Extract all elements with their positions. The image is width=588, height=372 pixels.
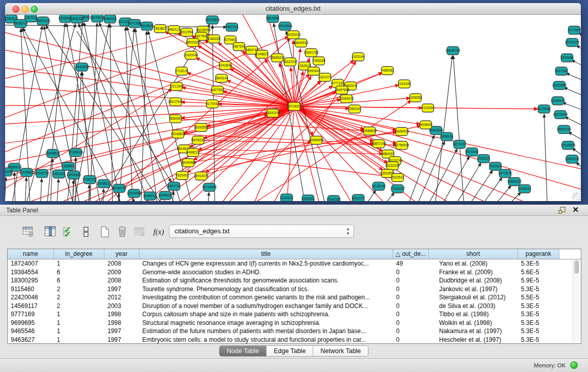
graph-edge[interactable]	[5, 31, 294, 106]
cell-pagerank[interactable]: 5.3E-5	[518, 327, 559, 336]
graph-edge[interactable]	[164, 81, 321, 201]
graph-node[interactable]: 16151532	[385, 162, 400, 170]
graph-node[interactable]: 17359928	[69, 148, 83, 157]
graph-node[interactable]: 10653287	[70, 15, 84, 23]
graph-node[interactable]: 1925144	[352, 53, 365, 61]
table-row[interactable]: 1830029562008Estimation of significance …	[8, 276, 581, 285]
graph-node[interactable]: 8215958	[537, 105, 551, 113]
graph-edge[interactable]	[25, 178, 27, 201]
graph-node[interactable]: 1117304	[568, 26, 581, 34]
cell-out-de-[interactable]: 0	[393, 268, 429, 277]
graph-node[interactable]: 1154346	[398, 80, 411, 88]
graph-node[interactable]: 8186328	[207, 35, 221, 43]
graph-node[interactable]: 9860123	[167, 26, 181, 34]
table-row[interactable]: 969969511998Structural magnetic resonanc…	[8, 319, 581, 327]
cell-out-de-[interactable]: 0	[393, 293, 429, 302]
cell-in-degree[interactable]: 6	[54, 276, 104, 285]
graph-node[interactable]: 2803144	[215, 74, 228, 82]
memory-status-icon[interactable]	[570, 361, 578, 369]
graph-node[interactable]: 16961758	[304, 49, 319, 57]
graph-node[interactable]: 22420046	[184, 51, 199, 59]
cell-pagerank[interactable]: 5.3E-5	[518, 302, 559, 311]
graph-edge[interactable]	[576, 46, 581, 57]
cell-in-degree[interactable]: 2	[54, 302, 104, 311]
graph-node[interactable]: 15692391	[557, 125, 572, 134]
column-header-short[interactable]: short	[429, 249, 518, 259]
cell-short[interactable]: Franke et al. (2009)	[429, 268, 518, 277]
table-row[interactable]: 1872400712008Changes of HCN gene express…	[8, 259, 581, 268]
scrollbar-thumb[interactable]	[574, 260, 579, 274]
graph-node[interactable]: 2522547	[391, 173, 404, 182]
graph-edge[interactable]	[72, 180, 74, 201]
graph-edge[interactable]	[56, 179, 58, 201]
cell-title[interactable]: Tourette syndrome. Phenomenology and cla…	[139, 285, 393, 294]
window-titlebar[interactable]: citations_edges.txt	[5, 3, 581, 15]
graph-node[interactable]: 10688609	[362, 127, 377, 135]
graph-edge[interactable]	[102, 189, 104, 201]
cell-title[interactable]: Disruption of a novel member of a sodium…	[139, 302, 393, 311]
graph-edge[interactable]	[294, 106, 320, 201]
graph-edge[interactable]	[294, 106, 581, 190]
cell-short[interactable]: Dudbridge et al. (2008)	[429, 276, 518, 285]
graph-edge[interactable]	[572, 60, 581, 71]
cell-title[interactable]: Estimation of significance thresholds fo…	[139, 276, 393, 285]
cell-out-de-[interactable]: 0	[393, 336, 429, 344]
graph-node[interactable]: 9305291	[301, 195, 315, 201]
cell-out-de-[interactable]: 0	[393, 310, 429, 319]
graph-node[interactable]: 18300295	[266, 109, 280, 117]
graph-node[interactable]: 15276021	[90, 15, 105, 22]
cell-name[interactable]: 14569117	[8, 302, 54, 311]
graph-edge[interactable]	[436, 157, 469, 201]
cell-year[interactable]: 2008	[104, 259, 139, 268]
graph-node[interactable]: 2935114	[477, 155, 490, 163]
column-header-in-degree[interactable]: in_degree	[54, 249, 104, 259]
graph-node[interactable]: 20153346	[75, 63, 90, 71]
cell-in-degree[interactable]: 1	[54, 319, 104, 327]
graph-edge[interactable]	[77, 31, 171, 182]
graph-node[interactable]: 9699695	[419, 121, 432, 129]
graph-node[interactable]: 9474444	[465, 148, 478, 156]
new-column-icon[interactable]	[98, 225, 112, 238]
graph-node[interactable]: 10756928	[395, 141, 409, 149]
cell-short[interactable]: Stergiakouli et al. (2012)	[429, 293, 518, 302]
graph-node[interactable]: 1451929	[52, 170, 66, 178]
graph-node[interactable]: 16640910	[294, 39, 309, 47]
vertical-scrollbar[interactable]	[573, 259, 580, 342]
graph-node[interactable]: 8912954	[180, 28, 193, 36]
cell-pagerank[interactable]: 5.5E-5	[518, 293, 559, 302]
graph-node[interactable]: 18807249	[372, 140, 386, 148]
select-rows-icon[interactable]	[61, 225, 75, 238]
column-header-pagerank[interactable]: pagerank	[518, 249, 559, 259]
graph-node[interactable]: 1621072	[318, 73, 332, 81]
graph-node[interactable]: 19166825	[171, 130, 186, 138]
cell-year[interactable]: 1998	[104, 319, 139, 327]
graph-node[interactable]: 12156823	[19, 168, 34, 177]
graph-node[interactable]: 7625402	[176, 171, 189, 180]
graph-edge[interactable]	[5, 67, 294, 106]
graph-node[interactable]: 16543382	[186, 38, 201, 47]
graph-node[interactable]: 12444154	[551, 97, 565, 105]
graph-node[interactable]: 19218906	[278, 22, 293, 30]
graph-node[interactable]: 1696958	[409, 94, 422, 102]
table-row[interactable]: 2242004622012Investigating the contribut…	[8, 293, 581, 302]
cell-in-degree[interactable]: 1	[54, 259, 104, 268]
graph-node[interactable]: 20891406	[36, 17, 51, 25]
cell-year[interactable]: 2008	[104, 276, 139, 285]
graph-node[interactable]: 12213363	[169, 82, 184, 91]
graph-node[interactable]: 17957225	[82, 176, 97, 184]
cell-title[interactable]: Investigating the contribution of common…	[139, 293, 393, 302]
table-row[interactable]: 977716911998Corpus callosum shape and si…	[8, 310, 581, 319]
graph-node[interactable]: 16914479	[194, 172, 209, 180]
graph-node[interactable]: 9115460	[422, 104, 434, 112]
table-row[interactable]: 911546021997Tourette syndrome. Phenomeno…	[8, 285, 581, 294]
function-builder-icon[interactable]: f(x)	[150, 225, 167, 238]
cell-out-de-[interactable]: 0	[393, 302, 429, 311]
cell-out-de-[interactable]: 49	[393, 259, 429, 268]
graph-edge[interactable]	[5, 105, 294, 106]
cell-title[interactable]: Estimation of the future numbers of pati…	[139, 327, 393, 336]
graph-node[interactable]: 8813054	[266, 15, 279, 23]
graph-node[interactable]: 7857224	[225, 23, 238, 31]
graph-edge[interactable]	[566, 73, 581, 85]
window-resize-grip[interactable]	[572, 192, 580, 200]
cell-pagerank[interactable]: 5.3E-5	[518, 310, 559, 319]
